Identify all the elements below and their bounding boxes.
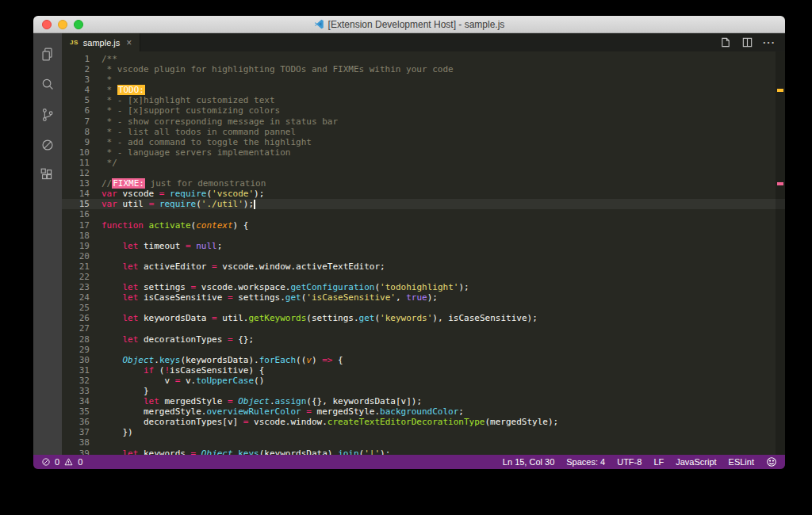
line-number: 4 — [62, 85, 102, 95]
code-line[interactable]: 39 let keywords = Object.keys(keywordsDa… — [62, 448, 785, 455]
close-window-button[interactable] — [42, 20, 52, 29]
line-content: let settings = vscode.workspace.getConfi… — [102, 282, 469, 292]
code-line[interactable]: 3 * — [62, 74, 785, 85]
code-line[interactable]: 6 * - [x]support customizing colors — [62, 105, 785, 116]
code-line[interactable]: 33 } — [62, 386, 785, 396]
code-line[interactable]: 5 * - [x]highlight customized text — [62, 95, 785, 105]
line-content: let keywordsData = util.getKeywords(sett… — [102, 313, 538, 323]
window-title: [Extension Development Host] - sample.js — [328, 19, 505, 30]
status-eslint[interactable]: ESLint — [729, 457, 754, 467]
code-line[interactable]: 14var vscode = require('vscode'); — [62, 189, 785, 199]
editor-group: JS sample.js × ··· 1/**2 — [62, 33, 785, 455]
warning-icon — [63, 457, 74, 467]
sidebar-item-explorer[interactable] — [33, 40, 62, 70]
line-number: 24 — [62, 292, 102, 303]
line-number: 38 — [62, 437, 102, 448]
code-line[interactable]: 21 let activeEditor = vscode.window.acti… — [62, 261, 785, 272]
line-content: Object.keys(keywordsData).forEach((v) =>… — [102, 355, 343, 365]
status-encoding[interactable]: UTF-8 — [617, 457, 642, 467]
line-number: 18 — [62, 231, 102, 241]
line-content: let mergedStyle = Object.assign({}, keyw… — [102, 396, 422, 406]
code-line[interactable]: 17function activate(context) { — [62, 220, 785, 231]
code-line[interactable]: 16 — [62, 209, 785, 219]
line-number: 15 — [62, 199, 102, 209]
sidebar-item-source-control[interactable] — [33, 100, 62, 130]
code-line[interactable]: 23 let settings = vscode.workspace.getCo… — [62, 282, 785, 292]
maximize-window-button[interactable] — [74, 20, 83, 29]
line-content: * - add command to toggle the highlight — [102, 137, 312, 147]
tab-label: sample.js — [83, 38, 120, 48]
code-line[interactable]: 1/** — [62, 54, 785, 64]
code-line[interactable]: 24 let isCaseSensitive = settings.get('i… — [62, 292, 785, 303]
code-line[interactable]: 37 }) — [62, 427, 785, 437]
status-problems[interactable]: 0 0 — [41, 457, 82, 467]
line-content: * — [102, 74, 112, 85]
code-line[interactable]: 31 if (!isCaseSensitive) { — [62, 365, 785, 376]
line-content: decorationTypes[v] = vscode.window.creat… — [102, 417, 558, 427]
overview-ruler-mark-todo — [777, 89, 783, 92]
sidebar-item-extensions[interactable] — [33, 160, 62, 190]
line-number: 2 — [62, 64, 102, 74]
code-line[interactable]: 30 Object.keys(keywordsData).forEach((v)… — [62, 355, 785, 365]
status-eol[interactable]: LF — [653, 457, 664, 467]
tab-sample-js[interactable]: JS sample.js × — [62, 33, 140, 52]
line-number: 13 — [62, 178, 102, 189]
code-area: 1/**2 * vscode plugin for highlighting T… — [62, 54, 785, 455]
open-changes-icon[interactable] — [720, 36, 732, 48]
code-line[interactable]: 22 — [62, 272, 785, 282]
code-editor[interactable]: 1/**2 * vscode plugin for highlighting T… — [62, 52, 785, 455]
code-line[interactable]: 27 — [62, 323, 785, 334]
line-content: var util = require('./util'); — [102, 199, 255, 209]
line-content: * - [x]support customizing colors — [102, 105, 280, 116]
code-line[interactable]: 38 — [62, 437, 785, 448]
code-line[interactable]: 12 — [62, 168, 785, 178]
line-number: 37 — [62, 427, 102, 437]
sidebar-item-search[interactable] — [33, 70, 62, 100]
feedback-smiley-icon[interactable] — [766, 456, 777, 467]
line-number: 11 — [62, 158, 102, 168]
code-line[interactable]: 28 let decorationTypes = {}; — [62, 334, 785, 345]
code-line[interactable]: 8 * - list all todos in command pannel — [62, 127, 785, 137]
code-line[interactable]: 10 * - language servers implementation — [62, 147, 785, 158]
line-content: * TODO: — [102, 85, 145, 95]
code-line[interactable]: 19 let timeout = null; — [62, 241, 785, 251]
code-line[interactable]: 20 — [62, 251, 785, 261]
close-tab-icon[interactable]: × — [126, 38, 132, 48]
line-number: 1 — [62, 54, 102, 64]
line-content: //FIXME: just for demonstration — [102, 178, 266, 189]
title-bar[interactable]: [Extension Development Host] - sample.js — [33, 16, 785, 33]
line-number: 3 — [62, 74, 102, 85]
code-line[interactable]: 9 * - add command to toggle the highligh… — [62, 137, 785, 147]
code-line[interactable]: 29 — [62, 345, 785, 355]
line-number: 8 — [62, 127, 102, 137]
overview-ruler[interactable] — [776, 52, 785, 455]
line-number: 9 — [62, 137, 102, 147]
line-content: } — [102, 386, 149, 396]
line-number: 35 — [62, 406, 102, 417]
code-line[interactable]: 26 let keywordsData = util.getKeywords(s… — [62, 313, 785, 323]
activity-bar — [33, 33, 62, 455]
code-line[interactable]: 11 */ — [62, 158, 785, 168]
sidebar-item-debug[interactable] — [33, 130, 62, 160]
code-line[interactable]: 15var util = require('./util'); — [62, 199, 785, 209]
line-content: * - [x]highlight customized text — [102, 95, 275, 105]
code-line[interactable]: 4 * TODO: — [62, 85, 785, 95]
split-editor-icon[interactable] — [741, 36, 753, 48]
code-line[interactable]: 32 v = v.toUpperCase() — [62, 376, 785, 386]
search-icon — [39, 76, 56, 93]
status-cursor-position[interactable]: Ln 15, Col 30 — [503, 457, 554, 467]
code-line[interactable]: 7 * - show corresponding message in stat… — [62, 116, 785, 127]
minimize-window-button[interactable] — [58, 20, 67, 29]
line-content: * - show corresponding message in status… — [102, 116, 338, 127]
line-number: 6 — [62, 105, 102, 116]
line-number: 10 — [62, 147, 102, 158]
status-language[interactable]: JavaScript — [676, 457, 716, 467]
code-line[interactable]: 18 — [62, 231, 785, 241]
code-line[interactable]: 13//FIXME: just for demonstration — [62, 178, 785, 189]
code-line[interactable]: 25 — [62, 303, 785, 313]
code-line[interactable]: 34 let mergedStyle = Object.assign({}, k… — [62, 396, 785, 406]
code-line[interactable]: 2 * vscode plugin for highlighting TODOs… — [62, 64, 785, 74]
status-indentation[interactable]: Spaces: 4 — [566, 457, 605, 467]
code-line[interactable]: 36 decorationTypes[v] = vscode.window.cr… — [62, 417, 785, 427]
code-line[interactable]: 35 mergedStyle.overviewRulerColor = merg… — [62, 406, 785, 417]
